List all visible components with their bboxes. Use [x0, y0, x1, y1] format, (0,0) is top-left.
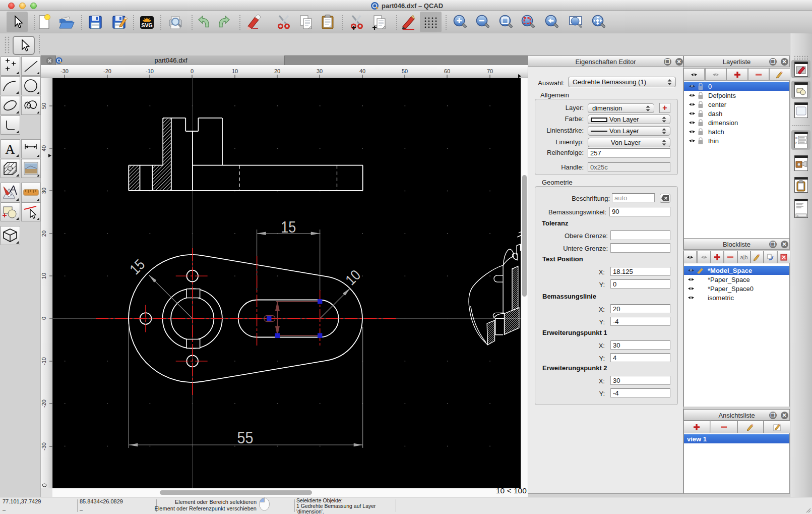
svg-text:-20: -20	[103, 68, 111, 74]
svg-text:20: 20	[274, 68, 280, 74]
svg-text:-10: -10	[146, 68, 154, 74]
svg-text:70: 70	[487, 68, 493, 74]
svg-text:SVG: SVG	[141, 22, 152, 28]
svg-text:10: 10	[232, 68, 238, 74]
svg-text:30: 30	[41, 188, 47, 194]
svg-text:40: 40	[41, 145, 47, 151]
svg-text:x:: x:	[795, 136, 798, 139]
svg-text:0: 0	[41, 317, 47, 320]
svg-text:15: 15	[281, 218, 296, 236]
svg-text:50: 50	[402, 68, 408, 74]
svg-text:55: 55	[237, 428, 254, 447]
svg-text:50: 50	[41, 103, 47, 109]
svg-text:-30: -30	[41, 442, 47, 450]
svg-text:-20: -20	[41, 399, 47, 408]
svg-text:y:: y:	[795, 141, 798, 144]
svg-text:c:: c:	[797, 214, 799, 217]
svg-text:a|b: a|b	[740, 254, 747, 260]
svg-text:-10: -10	[41, 357, 47, 365]
svg-text:A: A	[5, 142, 15, 157]
svg-text:20: 20	[41, 231, 47, 237]
svg-text:10: 10	[41, 273, 47, 279]
svg-text:-30: -30	[60, 68, 69, 74]
svg-text:60: 60	[444, 68, 450, 74]
svg-text:40: 40	[359, 68, 365, 74]
svg-text:30: 30	[317, 68, 323, 74]
svg-text:0: 0	[191, 68, 194, 74]
